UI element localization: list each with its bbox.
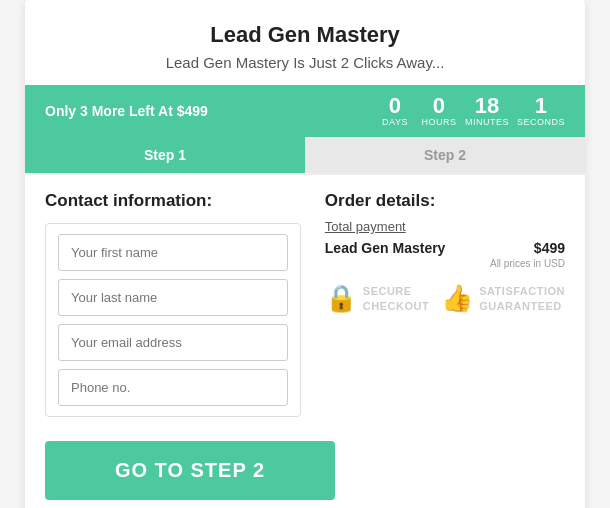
order-item-price: $499 bbox=[534, 240, 565, 256]
trust-badges: 🔒 SECURECHECKOUT 👍 SATISFACTIONGUARANTEE… bbox=[325, 283, 565, 314]
countdown-seconds: 1 SECONDS bbox=[517, 95, 565, 127]
countdown-label: Only 3 More Left At $499 bbox=[45, 103, 208, 119]
right-column: Order details: Total payment Lead Gen Ma… bbox=[325, 191, 565, 417]
phone-input[interactable] bbox=[58, 369, 288, 406]
contact-form bbox=[45, 223, 301, 417]
countdown-bar: Only 3 More Left At $499 0 DAYS 0 HOURS … bbox=[25, 85, 585, 137]
satisfaction-text: SATISFACTIONGUARANTEED bbox=[479, 284, 565, 313]
order-item-row: Lead Gen Mastery $499 bbox=[325, 240, 565, 256]
page-title: Lead Gen Mastery bbox=[25, 0, 585, 54]
cta-area: GO TO STEP 2 100% safe & secure bbox=[25, 427, 585, 508]
total-payment-label: Total payment bbox=[325, 219, 565, 234]
countdown-hours: 0 HOURS bbox=[421, 95, 457, 127]
order-item-name: Lead Gen Mastery bbox=[325, 240, 446, 256]
main-card: Lead Gen Mastery Lead Gen Mastery Is Jus… bbox=[25, 0, 585, 508]
thumbs-up-icon: 👍 bbox=[441, 283, 473, 314]
go-to-step2-button[interactable]: GO TO STEP 2 bbox=[45, 441, 335, 500]
secure-checkout-text: SECURECHECKOUT bbox=[363, 284, 429, 313]
countdown-days: 0 DAYS bbox=[377, 95, 413, 127]
tab-step2[interactable]: Step 2 bbox=[305, 137, 585, 173]
currency-note: All prices in USD bbox=[325, 258, 565, 269]
last-name-input[interactable] bbox=[58, 279, 288, 316]
email-input[interactable] bbox=[58, 324, 288, 361]
tab-step1[interactable]: Step 1 bbox=[25, 137, 305, 173]
satisfaction-badge: 👍 SATISFACTIONGUARANTEED bbox=[441, 283, 565, 314]
page-subtitle: Lead Gen Mastery Is Just 2 Clicks Away..… bbox=[25, 54, 585, 85]
secure-checkout-badge: 🔒 SECURECHECKOUT bbox=[325, 283, 429, 314]
lock-icon: 🔒 bbox=[325, 283, 357, 314]
content-row: Contact information: Order details: Tota… bbox=[25, 175, 585, 427]
order-details-title: Order details: bbox=[325, 191, 565, 211]
first-name-input[interactable] bbox=[58, 234, 288, 271]
countdown-minutes: 18 MINUTES bbox=[465, 95, 509, 127]
contact-section-title: Contact information: bbox=[45, 191, 301, 211]
countdown-units: 0 DAYS 0 HOURS 18 MINUTES 1 SECONDS bbox=[377, 95, 565, 127]
left-column: Contact information: bbox=[45, 191, 301, 417]
steps-row: Step 1 Step 2 bbox=[25, 137, 585, 175]
